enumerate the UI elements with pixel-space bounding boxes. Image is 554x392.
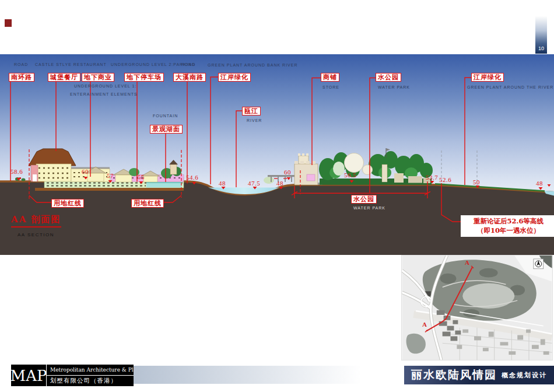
elevation-value: 48	[276, 180, 283, 187]
caption-fountain: FOUNTAIN	[153, 114, 178, 118]
callout-castle-restaurant: 城堡餐厅	[48, 73, 80, 82]
elevation-value: 52.6	[439, 176, 451, 183]
caption-road-left: ROAD	[14, 62, 28, 66]
callout-water-park-top: 水公园	[376, 73, 401, 82]
elevation-value: 56.5	[344, 172, 356, 178]
project-subtitle: 概念规划设计	[502, 371, 547, 380]
elevation-value: 47.5	[248, 180, 260, 187]
callout-nanhuan-road: 南环路	[9, 73, 34, 82]
caption-water-park-bottom: WATER PARK	[353, 206, 385, 210]
elevation-value: 53.7	[426, 174, 438, 181]
sphere-structure	[345, 153, 364, 173]
callout-landscape-lake: 景观湖面	[150, 125, 183, 134]
caption-green-left: GREEN PLANT AROUND BANK RIVER	[208, 63, 298, 67]
sphere-structure-small	[363, 165, 373, 175]
caption-road-right: ROAD	[181, 62, 195, 66]
caption-store: STORE	[322, 85, 339, 89]
footer-gradient-strip	[134, 366, 361, 384]
caption-ug1-line2: ENTERAINMENT ELEMENTS	[70, 92, 138, 96]
footer-logo-block: MAP Metropolitan Architecture & Planning…	[11, 365, 134, 386]
callout-oujiang-river: 瓯江	[242, 107, 261, 116]
caption-castle: CASTLE STLYE RESTAURANT	[35, 62, 107, 66]
caption-river: RIVER	[247, 118, 262, 123]
elevation-value: 55	[138, 173, 145, 180]
callout-store: 商铺	[321, 73, 339, 82]
elevation-value: 57	[107, 172, 114, 179]
section-marker-a-top: A	[465, 259, 469, 266]
footer-title-bar: 丽水欧陆风情园 概念规划设计	[404, 366, 554, 384]
callout-water-park-bottom: 水公园	[351, 195, 377, 204]
project-title: 丽水欧陆风情园	[411, 368, 497, 383]
callout-riverbank-green-right: 江岸绿化	[471, 73, 504, 82]
page: 10	[0, 0, 554, 392]
elevation-value: 54.6	[186, 174, 198, 181]
caption-ug1-line1: UNDERGROUND LEVEL 1:	[74, 84, 136, 88]
north-arrow-icon	[534, 259, 544, 269]
elevation-value: 48	[536, 180, 543, 187]
callout-daxi-south-road: 大溪南路	[173, 73, 206, 82]
site-plan-map	[402, 256, 552, 360]
elevation-value: 50	[473, 178, 480, 186]
caption-green-right: GREEN PLANT AROUND THE RIVER BANK	[467, 85, 554, 89]
elevation-value: 48	[219, 180, 226, 187]
section-title: AA 剖面图	[11, 214, 61, 228]
caption-water-park: WATER PARK	[378, 85, 410, 89]
elevation-value: 58.6	[10, 168, 23, 175]
elevation-value: 60	[284, 169, 291, 176]
elevation-value: 60	[82, 168, 89, 175]
section-subtitle: AA SECTION	[17, 232, 54, 237]
callout-underground-retail: 地下商业	[82, 73, 114, 82]
map-logo: MAP	[11, 365, 47, 386]
callout-underground-parking: 地下停车场	[124, 73, 164, 82]
note-line2: （即10年一遇水位）	[462, 226, 554, 236]
callout-red-line-2: 用地红线	[131, 199, 164, 208]
callout-red-line-1: 用地红线	[51, 199, 84, 208]
site-plan: A A	[401, 255, 553, 360]
water-level-note: 重新论证后52.6等高线 （即10年一遇水位）	[461, 215, 554, 237]
callout-riverbank-green-left: 江岸绿化	[218, 73, 251, 82]
section-marker-a-bottom: A	[422, 321, 427, 328]
note-line1: 重新论证后52.6等高线	[462, 217, 554, 226]
